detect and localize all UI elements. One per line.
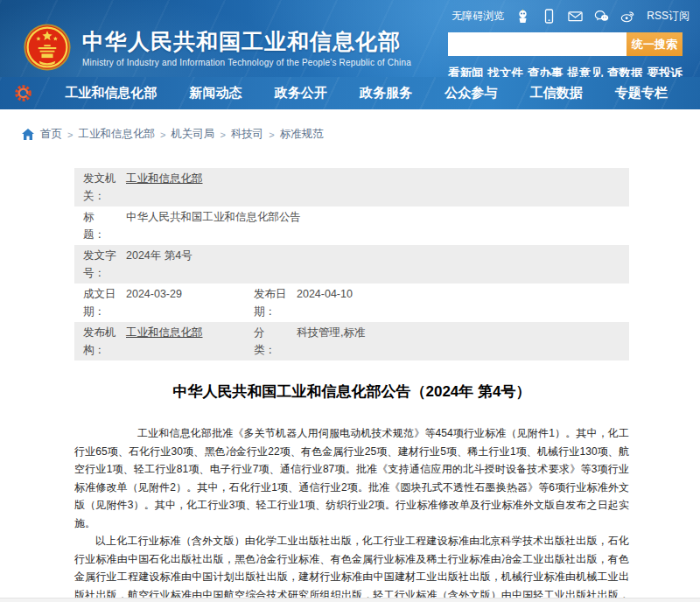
search-input[interactable] xyxy=(448,32,626,56)
table-row: 发文机关： 工业和信息化部 xyxy=(74,168,629,206)
site-title: 中华人民共和国工业和信息化部 xyxy=(82,28,411,54)
table-row: 标 题： 中华人民共和国工业和信息化部公告 xyxy=(74,206,629,245)
breadcrumb-separator: > xyxy=(269,130,274,140)
header-banner: 无障碍浏览 xyxy=(0,0,700,77)
article-paragraph-2: 以上化工行业标准（含外文版）由化学工业出版社出版，化工行业工程建设标准由北京科学… xyxy=(74,532,629,602)
site-logo: 中华人民共和国工业和信息化部 Ministry of Industry and … xyxy=(23,23,411,72)
field-label-written-date: 成文日期： xyxy=(83,285,120,320)
nav-items: 工业和信息化部 新闻动态 政务公开 政务服务 公众参与 工信数据 专题专栏 xyxy=(32,85,700,102)
table-row: 发布机构： 工业和信息化部 分 类： 科技管理,标准 xyxy=(74,322,629,360)
mail-icon[interactable] xyxy=(568,9,583,24)
breadcrumb-separator: > xyxy=(67,130,73,140)
accessibility-link[interactable]: 无障碍浏览 xyxy=(452,9,504,24)
mobile-icon[interactable] xyxy=(542,9,556,24)
nav-item-gov-services[interactable]: 政务服务 xyxy=(360,85,412,102)
home-icon xyxy=(22,129,34,140)
miit-gear-icon xyxy=(14,84,32,102)
main-nav: 工业和信息化部 新闻动态 政务公开 政务服务 公众参与 工信数据 专题专栏 xyxy=(0,77,700,109)
field-value-publisher[interactable]: 工业和信息化部 xyxy=(126,324,254,341)
breadcrumb-standards[interactable]: 标准规范 xyxy=(280,127,324,142)
field-label-category: 分 类： xyxy=(254,324,290,359)
article-body: 工业和信息化部批准《多关节机器人用伺服电动机技术规范》等454项行业标准（见附件… xyxy=(74,424,629,602)
document-meta-table: 发文机关： 工业和信息化部 标 题： 中华人民共和国工业和信息化部公告 发文字号… xyxy=(74,168,629,360)
table-row: 发文字号： 2024年 第4号 xyxy=(74,245,629,284)
field-label-issuing-organ: 发文机关： xyxy=(83,170,120,205)
breadcrumb-home[interactable]: 首页 xyxy=(40,127,62,142)
footer-edge xyxy=(0,598,700,602)
field-value-issuing-organ[interactable]: 工业和信息化部 xyxy=(126,170,203,187)
field-label-publisher: 发布机构： xyxy=(83,324,120,359)
breadcrumb-miit[interactable]: 工业和信息化部 xyxy=(78,127,155,142)
weibo-icon[interactable] xyxy=(620,9,635,24)
field-value-doc-number: 2024年 第4号 xyxy=(126,247,192,264)
field-label-publish-date: 发布日期： xyxy=(254,285,290,320)
nav-item-miit[interactable]: 工业和信息化部 xyxy=(65,85,157,102)
nav-item-participation[interactable]: 公众参与 xyxy=(444,85,497,102)
nav-item-topics[interactable]: 专题专栏 xyxy=(615,85,668,102)
utility-bar: 无障碍浏览 xyxy=(452,9,690,24)
site-subtitle: Ministry of Industry and Information Tec… xyxy=(82,58,411,67)
nav-item-data[interactable]: 工信数据 xyxy=(530,85,583,102)
document-main: 发文机关： 工业和信息化部 标 题： 中华人民共和国工业和信息化部公告 发文字号… xyxy=(74,168,629,602)
field-value-category: 科技管理,标准 xyxy=(297,324,365,341)
search-area: 统一搜索 看新闻 找文件 查办事 提意见 查数据 要投诉 xyxy=(448,32,682,81)
breadcrumb-science-tech-dept[interactable]: 科技司 xyxy=(231,127,264,142)
field-label-title: 标 题： xyxy=(83,208,120,243)
field-value-title: 中华人民共和国工业和信息化部公告 xyxy=(126,208,301,226)
field-value-publish-date: 2024-04-10 xyxy=(297,285,353,303)
national-emblem-icon xyxy=(23,23,72,72)
rss-link[interactable]: RSS订阅 xyxy=(647,9,690,24)
nav-item-gov-openness[interactable]: 政务公开 xyxy=(275,85,327,102)
breadcrumb-separator: > xyxy=(220,130,225,140)
breadcrumb-separator: > xyxy=(160,130,165,140)
wechat-icon[interactable] xyxy=(594,9,609,24)
nav-item-news[interactable]: 新闻动态 xyxy=(190,85,242,102)
table-row: 成文日期： 2024-03-29 发布日期： 2024-04-10 xyxy=(74,284,629,322)
field-label-doc-number: 发文字号： xyxy=(83,247,120,282)
article-title: 中华人民共和国工业和信息化部公告（2024年 第4号） xyxy=(74,382,629,402)
breadcrumb: 首页 > 工业和信息化部 > 机关司局 > 科技司 > 标准规范 xyxy=(0,109,700,142)
article-paragraph-1: 工业和信息化部批准《多关节机器人用伺服电动机技术规范》等454项行业标准（见附件… xyxy=(74,424,629,532)
mascot-icon[interactable] xyxy=(515,9,530,24)
breadcrumb-departments[interactable]: 机关司局 xyxy=(171,127,214,142)
field-value-written-date: 2024-03-29 xyxy=(126,285,254,303)
search-button[interactable]: 统一搜索 xyxy=(626,32,682,56)
page: 无障碍浏览 xyxy=(0,0,700,602)
